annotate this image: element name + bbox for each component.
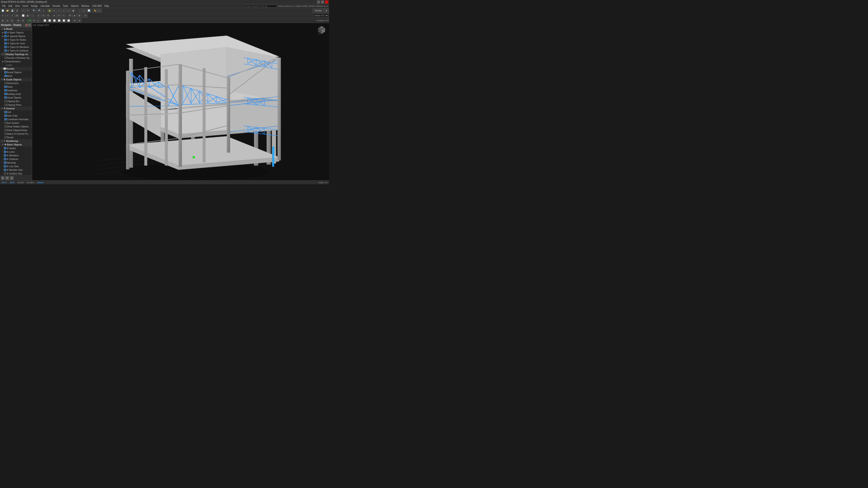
tree-types-nodes[interactable]: ✓ ⊞ Types for Nodes xyxy=(0,38,32,41)
tree-num-surfacesets[interactable]: ⊞ Surface Sets xyxy=(0,172,32,175)
tb2-zview[interactable]: Z xyxy=(10,13,14,18)
menu-edit[interactable]: Edit xyxy=(7,4,13,7)
tb-zoom-out[interactable]: 🔎 xyxy=(36,8,41,13)
menu-assign[interactable]: Assign xyxy=(30,4,39,7)
cb-notes[interactable]: ✓ xyxy=(4,86,6,88)
status-glines[interactable]: GLINES xyxy=(27,182,34,184)
tree-clipping-plane[interactable]: Clipping Plane xyxy=(0,103,32,107)
tb2-rotate[interactable]: ↻ xyxy=(57,13,61,18)
tb2-yview[interactable]: Y xyxy=(5,13,10,18)
tb2-solid[interactable]: ⬛ xyxy=(30,13,35,18)
tree-visual-objects[interactable]: ✓ Visual Objects xyxy=(0,96,32,99)
tree-guidelines[interactable]: ✓ Guidelines xyxy=(0,89,32,92)
tb2-xview[interactable]: X xyxy=(0,13,5,18)
tb3-section[interactable]: ⊘ xyxy=(77,19,82,23)
tb-render[interactable]: Render xyxy=(313,8,324,13)
tb-measure[interactable]: 📏 xyxy=(93,8,97,13)
cb-camera-status[interactable] xyxy=(4,133,6,135)
menu-results[interactable]: Results xyxy=(52,4,61,7)
menu-file[interactable]: File xyxy=(1,4,7,7)
menu-help[interactable]: Help xyxy=(103,4,110,7)
cb-result-objects[interactable]: ✓ xyxy=(4,71,6,73)
cb-num-surfacesets[interactable] xyxy=(4,172,6,175)
tb-zoom-in[interactable]: 🔍 xyxy=(32,8,36,13)
tree-basic-objects[interactable]: ▶ ✓ ⊞ Basic Objects xyxy=(0,31,32,34)
tree-view-cube[interactable]: ✓ View Cube xyxy=(0,114,32,118)
cb-num-linesets[interactable]: ✓ xyxy=(4,165,6,167)
tb-open[interactable]: 📂 xyxy=(5,8,10,13)
menu-window[interactable]: Window xyxy=(80,4,91,7)
tb2-3dview[interactable]: 3D xyxy=(15,13,19,18)
tree-camera-status[interactable]: Status of Camera Fly Mode xyxy=(0,132,32,135)
tb2-array[interactable]: ⊞ xyxy=(77,13,82,18)
tree-num-members[interactable]: ✓ ⊞ Members xyxy=(0,154,32,157)
tree-axis-system[interactable]: Axis System xyxy=(0,121,32,125)
viewport-3d[interactable]: CS: Global XYZ TOP LEFT FR xyxy=(32,23,329,180)
tree-general[interactable]: ▼ ⚙ General xyxy=(0,107,32,110)
tb3-snap-toggle[interactable]: ✓S xyxy=(27,19,31,23)
tb3-clipping[interactable]: ⊗ xyxy=(72,19,77,23)
tb3-front[interactable]: ⬜ xyxy=(42,19,47,23)
cb-clipping-box[interactable] xyxy=(4,100,6,102)
tree-display-topology[interactable]: ▼ Display Topology on xyxy=(0,53,32,56)
status-grid[interactable]: GRID xyxy=(10,182,15,184)
nav-display-btn[interactable]: D xyxy=(1,176,4,180)
tb-annotate[interactable]: ✎ xyxy=(97,8,102,13)
tb3-filter[interactable]: ⊞ xyxy=(16,19,21,23)
cb-view-cube[interactable]: ✓ xyxy=(4,115,6,117)
close-button[interactable]: × xyxy=(325,0,328,4)
tb-solid[interactable]: ▦ xyxy=(71,8,75,13)
tb-print[interactable]: 🖨 xyxy=(15,8,19,13)
cb-display-topology[interactable] xyxy=(3,53,6,55)
cb-num-membersets[interactable]: ✓ xyxy=(4,169,6,171)
nav-project-btn[interactable]: P xyxy=(5,176,9,180)
tb-zoom-all[interactable]: ⤢ xyxy=(41,8,46,13)
coord-system-select[interactable]: Global XYZ xyxy=(313,14,329,18)
status-snap[interactable]: SNAP xyxy=(1,182,7,184)
menu-calculate[interactable]: Calculate xyxy=(39,4,51,7)
tb3-back[interactable]: ⬜ xyxy=(47,19,52,23)
cb-terrain[interactable] xyxy=(4,136,6,138)
tree-numbering[interactable]: ▼ # Numbering xyxy=(0,139,32,143)
tree-mesh[interactable]: ✓ Mesh xyxy=(0,74,32,78)
tb2-mirror[interactable]: ⇌ xyxy=(72,13,77,18)
tree-num-lines[interactable]: ✓ ⊞ Lines xyxy=(0,150,32,154)
tree-num-surfaces[interactable]: ✓ ⊞ Surfaces xyxy=(0,157,32,161)
tree-num-membersets[interactable]: ✓ ⊞ Member Sets xyxy=(0,168,32,172)
tb2-delete[interactable]: ✕ xyxy=(83,13,88,18)
tree-clipped-areas[interactable]: Show Clipped Areas xyxy=(0,128,32,132)
tb-load[interactable]: ↓ xyxy=(77,8,82,13)
tb3-pick[interactable]: ⊕ xyxy=(21,19,25,23)
tb3-right[interactable]: ⬜ xyxy=(57,19,61,23)
cb-basic-objects[interactable]: ✓ xyxy=(4,31,6,34)
search-input[interactable] xyxy=(245,4,277,8)
tb2-move[interactable]: ✛ xyxy=(52,13,57,18)
tree-dimensions[interactable]: Dimensions xyxy=(0,81,32,85)
menu-insert[interactable]: Insert xyxy=(22,4,29,7)
cb-visual-objects[interactable]: ✓ xyxy=(4,96,6,99)
tb-save[interactable]: 💾 xyxy=(10,8,14,13)
tb2-wireframe[interactable]: ⬜ xyxy=(21,13,25,18)
tree-loads[interactable]: Loads xyxy=(0,63,32,67)
nav-tree[interactable]: ▼ 🗂 Model ▶ ✓ ⊞ Basic Objects ▶ ✓ ⊞ Spec… xyxy=(0,27,32,175)
tree-terrain[interactable]: Terrain xyxy=(0,135,32,139)
tree-model[interactable]: ▼ 🗂 Model xyxy=(0,27,32,31)
tree-notes[interactable]: ✓ Notes xyxy=(0,85,32,89)
tb2-snap-mid[interactable]: ⊕ xyxy=(46,13,51,18)
cb-types-surfaces[interactable]: ✓ xyxy=(4,50,6,52)
cb-num-surfaces[interactable]: ✓ xyxy=(4,158,6,160)
maximize-button[interactable]: □ xyxy=(321,0,324,4)
minimize-button[interactable]: − xyxy=(317,0,320,4)
cb-axis-system[interactable] xyxy=(4,122,6,124)
tree-result-objects[interactable]: ✓ Result Objects xyxy=(0,70,32,74)
tb2-shaded[interactable]: ◧ xyxy=(26,13,30,18)
tb-line[interactable]: ╱ xyxy=(57,8,61,13)
status-bgrid[interactable]: BGRID xyxy=(18,182,24,184)
tree-num-basic[interactable]: ▼ ⊞ Basic Objects xyxy=(0,143,32,147)
tree-types-lines[interactable]: ✓ ⊞ Types for Lines xyxy=(0,41,32,45)
cb-special-objects[interactable]: ✓ xyxy=(4,35,6,37)
cb-coord-cursor[interactable]: ✓ xyxy=(4,118,6,121)
menu-options[interactable]: Options xyxy=(70,4,80,7)
menu-cadbim[interactable]: CAD-BIM xyxy=(91,4,103,7)
cb-building-grids[interactable]: ✓ xyxy=(4,93,6,95)
